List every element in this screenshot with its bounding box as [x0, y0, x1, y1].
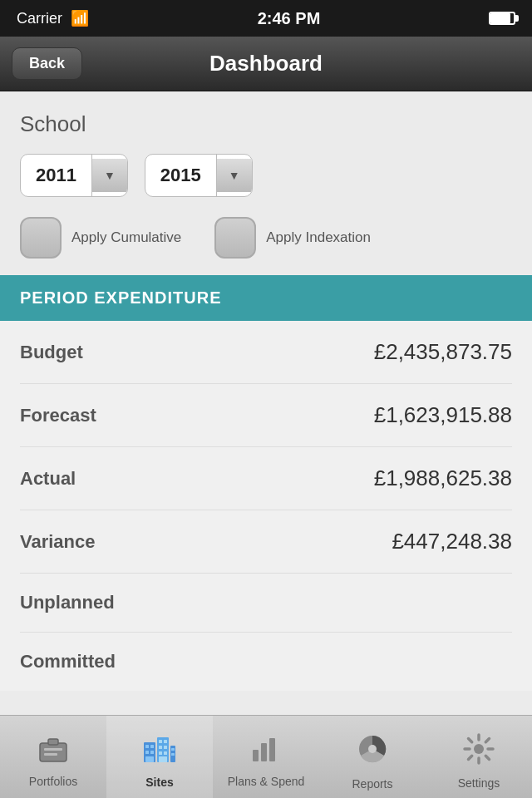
row-label: Actual [20, 468, 76, 490]
row-label: Forecast [20, 405, 96, 426]
period-header-text: PERIOD EXPENDITURE [20, 288, 221, 307]
svg-line-33 [485, 738, 489, 741]
data-row: Actual£1,988,625.38 [20, 447, 512, 510]
cumulative-toggle-item: Apply Cumulative [20, 217, 181, 259]
tab-bar: Portfolios Sites Plans & Spend Reports [0, 715, 532, 798]
row-value: £447,248.38 [392, 529, 512, 554]
svg-rect-16 [164, 751, 167, 755]
indexation-toggle-item: Apply Indexation [214, 217, 371, 259]
carrier-text: Carrier [17, 10, 62, 27]
svg-point-25 [368, 745, 377, 753]
row-value: £2,435,873.75 [374, 339, 512, 365]
svg-rect-20 [171, 753, 175, 756]
svg-rect-0 [40, 743, 66, 761]
svg-line-31 [469, 738, 472, 741]
status-left: Carrier 📶 [17, 9, 89, 27]
tab-settings-label: Settings [458, 776, 500, 790]
svg-rect-23 [269, 738, 275, 761]
svg-line-32 [485, 756, 489, 759]
period-expenditure-header: PERIOD EXPENDITURE [0, 275, 532, 321]
sites-icon [142, 734, 177, 771]
toggle-row: Apply Cumulative Apply Indexation [20, 217, 512, 259]
main-content: School 2011 ▼ 2015 ▼ Apply Cumulative Ap… [0, 91, 532, 715]
section-label: School [20, 111, 512, 137]
row-value: £1,623,915.88 [374, 402, 512, 428]
svg-point-26 [474, 744, 484, 754]
svg-rect-14 [164, 746, 167, 749]
svg-rect-13 [159, 746, 162, 749]
battery-icon [489, 12, 515, 25]
tab-plans-spend[interactable]: Plans & Spend [213, 716, 319, 798]
svg-rect-2 [44, 748, 62, 751]
row-label: Committed [20, 651, 116, 672]
row-value: £1,988,625.38 [374, 466, 512, 491]
year-end-arrow-icon: ▼ [217, 159, 252, 192]
tab-plans-spend-label: Plans & Spend [228, 775, 305, 788]
data-row: Committed [20, 633, 512, 691]
svg-line-34 [469, 756, 472, 759]
svg-rect-1 [48, 739, 58, 745]
tab-sites-label: Sites [145, 776, 173, 789]
svg-rect-9 [145, 756, 154, 762]
settings-icon [463, 733, 495, 771]
data-row: Budget£2,435,873.75 [20, 321, 512, 384]
svg-rect-8 [150, 751, 154, 754]
tab-reports-label: Reports [352, 777, 392, 791]
data-rows: Budget£2,435,873.75Forecast£1,623,915.88… [0, 321, 532, 691]
year-start-arrow-icon: ▼ [92, 159, 127, 192]
year-end-value: 2015 [145, 155, 217, 196]
status-right [489, 12, 515, 25]
svg-rect-15 [159, 751, 162, 755]
row-label: Variance [20, 531, 96, 553]
cumulative-toggle[interactable] [20, 217, 62, 259]
year-selectors: 2011 ▼ 2015 ▼ [20, 154, 512, 197]
svg-rect-22 [261, 743, 267, 761]
svg-rect-5 [145, 745, 149, 748]
row-label: Budget [20, 342, 83, 363]
tab-reports[interactable]: Reports [319, 716, 426, 798]
svg-rect-21 [253, 750, 259, 761]
year-start-value: 2011 [21, 155, 92, 196]
plans-spend-icon [251, 735, 281, 770]
data-row: Variance£447,248.38 [20, 510, 512, 574]
svg-rect-7 [145, 751, 149, 754]
data-row: Unplanned [20, 574, 512, 633]
tab-sites[interactable]: Sites [106, 716, 213, 798]
nav-bar: Back Dashboard [0, 37, 532, 91]
svg-rect-11 [159, 740, 162, 743]
status-bar: Carrier 📶 2:46 PM [0, 0, 532, 37]
tab-portfolios-label: Portfolios [29, 775, 77, 788]
portfolios-icon [37, 735, 69, 770]
svg-rect-19 [171, 748, 175, 751]
svg-rect-12 [164, 740, 167, 743]
year-start-select[interactable]: 2011 ▼ [20, 154, 128, 197]
svg-rect-6 [150, 745, 154, 748]
cumulative-label: Apply Cumulative [71, 229, 181, 246]
tab-settings[interactable]: Settings [426, 716, 532, 798]
indexation-toggle[interactable] [214, 217, 256, 259]
svg-rect-3 [44, 753, 57, 756]
wifi-icon: 📶 [71, 9, 89, 27]
tab-portfolios[interactable]: Portfolios [0, 716, 106, 798]
row-label: Unplanned [20, 592, 115, 613]
page-title: Dashboard [209, 51, 323, 76]
indexation-label: Apply Indexation [266, 229, 371, 246]
back-button[interactable]: Back [12, 47, 82, 80]
status-time: 2:46 PM [258, 9, 321, 28]
reports-icon [356, 732, 389, 772]
svg-rect-17 [159, 756, 167, 762]
data-row: Forecast£1,623,915.88 [20, 384, 512, 447]
year-end-select[interactable]: 2015 ▼ [145, 154, 253, 197]
